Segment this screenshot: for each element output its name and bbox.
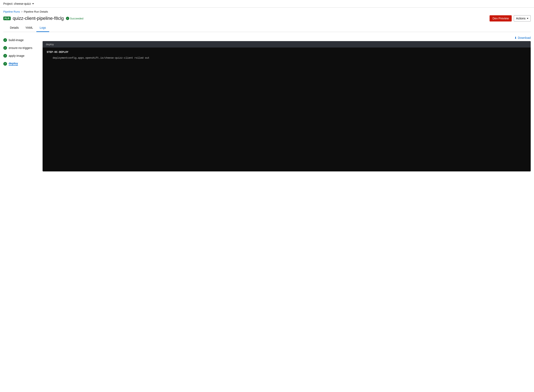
step-item-deploy[interactable]: ✓ deploy: [3, 60, 43, 68]
step-label-ensure-no-triggers: ensure-no-triggers: [9, 46, 32, 50]
project-selector[interactable]: Project: cheese-quizz: [3, 2, 34, 5]
breadcrumb-parent-link[interactable]: Pipeline Runs: [3, 10, 20, 13]
top-bar: Project: cheese-quizz: [0, 0, 534, 8]
main-content: ✓ build-image ✓ ensure-no-triggers ✓ app…: [0, 32, 534, 176]
log-step-header: STEP-OC-DEPLOY: [47, 51, 527, 54]
tabs-row: Details YAML Logs: [3, 24, 531, 32]
download-icon: ⬇: [514, 36, 517, 39]
actions-button[interactable]: Actions: [514, 15, 531, 22]
step-check-icon-apply-image: ✓: [3, 54, 7, 58]
actions-chevron-icon: [527, 18, 529, 19]
status-badge: ✓ Succeeded: [66, 17, 84, 20]
header-actions: Dev Preview Actions: [490, 15, 531, 22]
breadcrumb: Pipeline Runs > Pipeline Run Details: [3, 10, 531, 13]
step-item-ensure-no-triggers[interactable]: ✓ ensure-no-triggers: [3, 44, 43, 52]
step-item-apply-image[interactable]: ✓ apply-image: [3, 52, 43, 60]
tab-yaml[interactable]: YAML: [22, 24, 36, 32]
project-chevron-icon: [32, 3, 34, 4]
pipeline-title-left: PLR quizz-client-pipeline-f8clg ✓ Succee…: [3, 16, 84, 21]
step-check-icon-deploy: ✓: [3, 62, 7, 66]
step-check-icon-ensure-no-triggers: ✓: [3, 46, 7, 50]
step-check-icon-build-image: ✓: [3, 38, 7, 42]
log-tab-label: deploy: [46, 43, 54, 46]
dev-preview-button[interactable]: Dev Preview: [490, 15, 512, 22]
pipeline-name: quizz-client-pipeline-f8clg: [13, 16, 64, 21]
step-label-apply-image: apply-image: [9, 54, 24, 57]
tab-logs[interactable]: Logs: [36, 24, 49, 32]
step-label-build-image: build-image: [9, 38, 24, 42]
download-link[interactable]: ⬇ Download: [514, 36, 531, 39]
step-item-build-image[interactable]: ✓ build-image: [3, 36, 43, 44]
header-area: Pipeline Runs > Pipeline Run Details PLR…: [0, 8, 534, 32]
status-label: Succeeded: [70, 17, 84, 20]
log-line: deploymentconfig.apps.openshift.io/chees…: [47, 56, 527, 60]
download-label: Download: [518, 36, 531, 39]
steps-sidebar: ✓ build-image ✓ ensure-no-triggers ✓ app…: [3, 36, 43, 68]
log-header-row: ⬇ Download: [43, 36, 531, 39]
log-tab-bar: deploy: [43, 41, 531, 47]
tab-details[interactable]: Details: [7, 24, 22, 32]
pipeline-title-row: PLR quizz-client-pipeline-f8clg ✓ Succee…: [3, 15, 531, 22]
log-container: deploy STEP-OC-DEPLOY deploymentconfig.a…: [43, 41, 531, 171]
breadcrumb-separator: >: [21, 10, 23, 13]
status-succeeded-icon: ✓: [66, 17, 69, 20]
breadcrumb-current: Pipeline Run Details: [24, 10, 48, 13]
plr-badge: PLR: [3, 17, 11, 20]
log-area: ⬇ Download deploy STEP-OC-DEPLOY deploym…: [43, 36, 531, 171]
step-label-deploy: deploy: [9, 62, 18, 66]
log-content: STEP-OC-DEPLOY deploymentconfig.apps.ope…: [43, 47, 531, 171]
actions-label: Actions: [516, 17, 525, 20]
project-label: Project: cheese-quizz: [3, 2, 31, 5]
